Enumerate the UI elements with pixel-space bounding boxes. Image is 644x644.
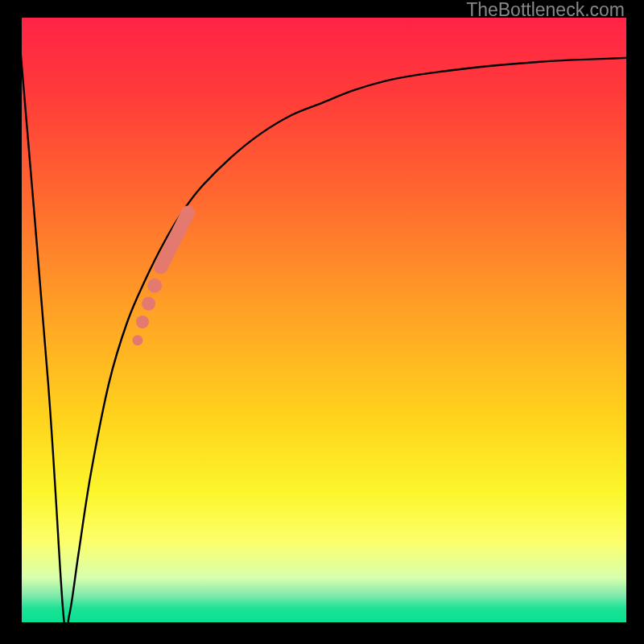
highlight-dot — [136, 316, 149, 328]
highlight-dot — [147, 279, 162, 293]
highlight-dot — [132, 335, 142, 345]
bottleneck-curve — [18, 18, 626, 626]
bottleneck-chart: TheBottleneck.com — [0, 0, 644, 644]
highlight-overlay — [132, 213, 188, 345]
watermark-text: TheBottleneck.com — [466, 0, 625, 21]
plot-svg — [18, 18, 626, 626]
plot-area — [18, 18, 626, 626]
highlight-dot — [142, 297, 155, 311]
